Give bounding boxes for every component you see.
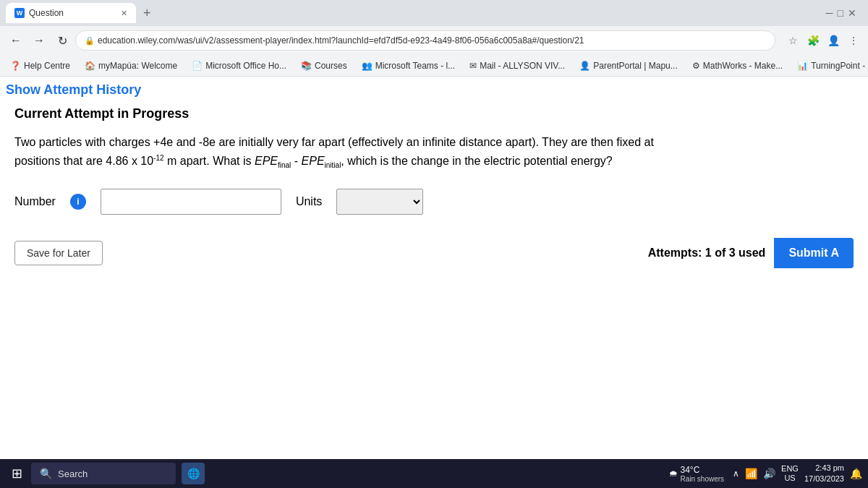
taskbar-app-chrome[interactable]: 🌐	[182, 463, 205, 484]
mathworks-icon: ⚙	[692, 61, 700, 71]
taskbar-search[interactable]: 🔍 Search	[31, 463, 176, 484]
bookmark-help-centre[interactable]: ❓ Help Centre	[6, 59, 75, 72]
bookmark-teams[interactable]: 👥 Microsoft Teams - l...	[357, 59, 459, 72]
answer-row: Number i Units J eV kJ	[14, 189, 854, 215]
minimize-button[interactable]: ─	[826, 7, 833, 19]
attempts-submit-group: Attempts: 1 of 3 used Submit A	[648, 238, 854, 268]
bookmark-mathworks[interactable]: ⚙ MathWorks - Make...	[688, 59, 787, 72]
bookmark-button[interactable]: ☆	[784, 32, 801, 49]
url-text: education.wiley.com/was/ui/v2/assessment…	[98, 35, 766, 46]
up-arrow-icon[interactable]: ∧	[733, 468, 739, 479]
back-button[interactable]: ←	[6, 30, 26, 51]
search-text: Search	[58, 468, 88, 479]
mail-icon: ✉	[469, 61, 477, 71]
bookmark-label: Microsoft Office Ho...	[205, 61, 286, 71]
courses-icon: 📚	[301, 61, 312, 71]
close-button[interactable]: ✕	[848, 7, 856, 19]
question-line1: Two particles with charges +4e and -8e a…	[14, 136, 654, 148]
office-icon: 📄	[192, 61, 203, 71]
bookmark-label: TurningPoint - Parti...	[811, 61, 868, 71]
forward-button[interactable]: →	[29, 30, 49, 51]
browser-actions: ☆ 🧩 👤 ⋮	[784, 32, 862, 49]
bookmark-microsoft-office[interactable]: 📄 Microsoft Office Ho...	[187, 59, 291, 72]
navigation-bar: ← → ↻ 🔒 education.wiley.com/was/ui/v2/as…	[0, 26, 868, 55]
help-centre-icon: ❓	[10, 61, 21, 71]
new-tab-button[interactable]: +	[139, 6, 156, 21]
bookmark-mail[interactable]: ✉ Mail - ALLYSON VIV...	[465, 59, 569, 72]
question-line2-start: positions that are 4.86 x 10-12 m apart.…	[14, 155, 613, 167]
chrome-icon: 🌐	[187, 468, 200, 479]
show-attempt-link[interactable]: Show Attempt History	[6, 82, 141, 97]
region-text: US	[784, 474, 795, 483]
extension-button[interactable]: 🧩	[804, 32, 822, 49]
question-text: Two particles with charges +4e and -8e a…	[14, 133, 854, 171]
weather-desc: Rain showers	[681, 475, 725, 483]
system-tray: ∧ 📶 🔊 ENG US 2:43 pm 17/03/2023 🔔	[733, 463, 862, 485]
info-icon[interactable]: i	[70, 194, 86, 210]
bookmark-label: myMapúa: Welcome	[98, 61, 177, 71]
weather-icon: 🌧	[669, 468, 678, 479]
bookmark-parentportal[interactable]: 👤 ParentPortal | Mapu...	[575, 59, 682, 72]
bookmark-label: Courses	[315, 61, 347, 71]
bottom-row: Save for Later Attempts: 1 of 3 used Sub…	[14, 238, 854, 268]
tab-close-button[interactable]: ✕	[121, 9, 127, 18]
language-indicator: ENG US	[781, 464, 799, 483]
question-exponent: -12	[153, 153, 163, 161]
final-subscript: final	[278, 161, 291, 169]
refresh-button[interactable]: ↻	[52, 30, 72, 51]
time-display: 2:43 pm	[804, 463, 844, 474]
save-later-button[interactable]: Save for Later	[14, 241, 103, 265]
units-label: Units	[296, 195, 322, 208]
current-attempt-label: Current Attempt in Progress	[14, 106, 854, 121]
profile-button[interactable]: 👤	[825, 32, 842, 49]
bookmark-turningpoint[interactable]: 📊 TurningPoint - Parti...	[793, 59, 868, 72]
active-tab[interactable]: W Question ✕	[6, 3, 136, 23]
initial-subscript: initial	[325, 161, 341, 169]
start-button[interactable]: ⊞	[6, 463, 28, 484]
number-input[interactable]	[101, 189, 281, 215]
units-select[interactable]: J eV kJ	[336, 189, 423, 215]
epe-initial: EPE	[302, 155, 325, 167]
submit-button[interactable]: Submit A	[774, 238, 854, 268]
number-label: Number	[14, 195, 56, 208]
bookmark-mymapua[interactable]: 🏠 myMapúa: Welcome	[80, 59, 182, 72]
network-icon[interactable]: 📶	[745, 468, 757, 479]
date-display: 17/03/2023	[804, 474, 844, 484]
bookmark-label: Mail - ALLYSON VIV...	[480, 61, 565, 71]
bookmark-label: ParentPortal | Mapu...	[593, 61, 678, 71]
attempts-counter: Attempts: 1 of 3 used	[648, 247, 766, 260]
search-icon: 🔍	[40, 468, 52, 479]
teams-icon: 👥	[362, 61, 373, 71]
lock-icon: 🔒	[85, 36, 95, 46]
bookmark-label: Help Centre	[24, 61, 70, 71]
bookmarks-bar: ❓ Help Centre 🏠 myMapúa: Welcome 📄 Micro…	[0, 55, 868, 77]
weather-widget: 🌧 34°C Rain showers	[663, 465, 731, 483]
show-attempt-section: Show Attempt History	[0, 77, 868, 100]
maximize-button[interactable]: □	[838, 7, 843, 19]
epe-final: EPE	[255, 155, 278, 167]
turningpoint-icon: 📊	[797, 61, 808, 71]
clock: 2:43 pm 17/03/2023	[804, 463, 844, 485]
mymapua-icon: 🏠	[85, 61, 95, 71]
taskbar: ⊞ 🔍 Search 🌐 🌧 34°C Rain showers ∧ 📶 🔊 E…	[0, 459, 868, 488]
tab-favicon: W	[14, 8, 25, 18]
bookmark-courses[interactable]: 📚 Courses	[297, 59, 352, 72]
bookmark-label: Microsoft Teams - l...	[375, 61, 455, 71]
tab-bar: W Question ✕ + ─ □ ✕	[0, 0, 868, 26]
more-button[interactable]: ⋮	[845, 32, 862, 49]
tab-title: Question	[29, 8, 64, 18]
volume-icon[interactable]: 🔊	[763, 468, 775, 479]
browser-chrome: W Question ✕ + ─ □ ✕ ← → ↻ 🔒 education.w…	[0, 0, 868, 77]
language-text: ENG	[781, 464, 799, 474]
notifications-icon[interactable]: 🔔	[850, 468, 862, 479]
question-area: Current Attempt in Progress Two particle…	[0, 100, 868, 280]
parentportal-icon: 👤	[579, 61, 590, 71]
page-content: Show Attempt History Current Attempt in …	[0, 77, 868, 280]
weather-temp: 34°C	[681, 465, 725, 475]
address-bar[interactable]: 🔒 education.wiley.com/was/ui/v2/assessme…	[75, 30, 775, 51]
bookmark-label: MathWorks - Make...	[703, 61, 783, 71]
weather-info: 34°C Rain showers	[681, 465, 725, 483]
